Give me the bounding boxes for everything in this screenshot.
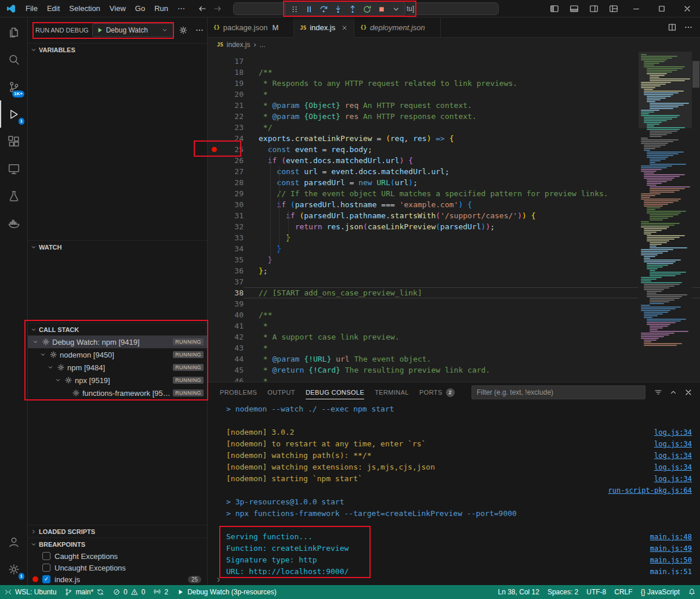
statusbar-remote-indicator[interactable]: WSL: Ubuntu	[0, 585, 60, 599]
tab-deployment.json[interactable]: {}deployment.json	[354, 17, 441, 37]
restart-button[interactable]	[360, 2, 374, 16]
console-options-button[interactable]	[654, 388, 663, 397]
breakpoint-gutter[interactable]	[208, 78, 220, 89]
code-text[interactable]: * Responds to any HTTP request related t…	[244, 78, 700, 89]
statusbar-notifications-bell[interactable]	[684, 585, 700, 599]
section-loaded-scripts[interactable]: LOADED SCRIPTS	[28, 525, 207, 537]
breakpoint-gutter[interactable]	[208, 298, 220, 309]
menu-run[interactable]: Run	[150, 2, 173, 15]
checkbox[interactable]: ✓	[42, 575, 50, 583]
breakpoint-gutter[interactable]	[208, 331, 220, 342]
chevron-down-icon[interactable]	[54, 377, 62, 384]
pause-button[interactable]	[302, 2, 316, 16]
statusbar-forwarded-ports[interactable]: 2	[149, 585, 172, 599]
code-text[interactable]: // [START add_ons_case_preview_link]	[244, 287, 700, 298]
breakpoint-gutter[interactable]	[208, 243, 220, 254]
close-panel-button[interactable]	[684, 388, 693, 397]
toggle-panel-button[interactable]	[564, 0, 584, 17]
tab-package.json[interactable]: {}package.jsonM	[208, 17, 294, 37]
code-text[interactable]: * @param {Object} req An HTTP request co…	[244, 100, 700, 111]
breakpoint-gutter[interactable]	[208, 210, 220, 221]
code-text[interactable]: return res.json(caseLinkPreview(parsedUr…	[244, 221, 700, 232]
callstack-row[interactable]: functions-framework [954...RUNNING	[28, 387, 207, 399]
toggle-primary-sidebar-button[interactable]	[545, 0, 564, 17]
code-text[interactable]: if (parsedUrl.pathname.startsWith('/supp…	[244, 210, 700, 221]
breakpoint-gutter[interactable]	[208, 100, 220, 111]
chevron-down-icon[interactable]	[31, 338, 39, 345]
menu-selection[interactable]: Selection	[64, 2, 104, 15]
source-link[interactable]: main.js:48	[650, 531, 692, 543]
minimap[interactable]	[639, 52, 692, 382]
code-text[interactable]: if (parsedUrl.hostname === 'example.com'…	[244, 199, 700, 210]
activitybar-item-settings[interactable]: 1	[0, 555, 27, 583]
launch-config-dropdown[interactable]: Debug Watch	[92, 23, 173, 37]
statusbar-debug-session[interactable]: Debug Watch (3p-resources)	[172, 585, 281, 599]
panel-tab-debug-console[interactable]: DEBUG CONSOLE	[300, 383, 369, 402]
source-link[interactable]: main.js:50	[650, 554, 692, 566]
breakpoint-gutter[interactable]	[208, 177, 220, 188]
statusbar-language-mode[interactable]: {} JavaScript	[637, 585, 684, 599]
breakpoint-gutter[interactable]	[208, 144, 220, 155]
section-breakpoints[interactable]: BREAKPOINTS	[28, 537, 207, 550]
code-text[interactable]: * @param {!URL} url The event object.	[244, 353, 700, 365]
code-text[interactable]	[244, 276, 700, 287]
step-over-button[interactable]	[316, 2, 331, 16]
code-text[interactable]: };	[244, 265, 700, 276]
activitybar-item-extensions[interactable]	[0, 128, 27, 155]
breadcrumb-symbol[interactable]: ...	[260, 41, 266, 49]
source-link[interactable]: main.js:49	[650, 543, 692, 554]
start-debugging-icon[interactable]	[96, 26, 104, 34]
back-icon[interactable]	[198, 4, 207, 13]
code-text[interactable]: const parsedUrl = new URL(url);	[244, 177, 700, 188]
code-text[interactable]: exports.createLinkPreview = (req, res) =…	[244, 133, 700, 144]
breakpoint-gutter[interactable]	[208, 232, 220, 243]
code-editor[interactable]: 1718/**19 * Responds to any HTTP request…	[208, 52, 700, 382]
source-link[interactable]: main.js:51	[650, 566, 692, 575]
section-call-stack[interactable]: CALL STACK	[28, 323, 207, 335]
maximize-panel-button[interactable]	[669, 388, 678, 397]
debug-session-dropdown[interactable]	[389, 2, 403, 16]
activitybar-item-explorer[interactable]	[0, 19, 27, 46]
statusbar-eol[interactable]: CRLF	[610, 585, 636, 599]
breakpoint-gutter[interactable]	[208, 320, 220, 331]
code-text[interactable]	[244, 298, 700, 309]
more-actions-icon[interactable]	[193, 26, 206, 35]
toggle-secondary-sidebar-button[interactable]	[584, 0, 604, 17]
breakpoint-icon[interactable]	[212, 147, 217, 152]
breakpoint-row[interactable]: Caught Exceptions	[28, 550, 207, 562]
code-text[interactable]	[244, 56, 700, 67]
breakpoint-gutter[interactable]	[208, 309, 220, 320]
statusbar-encoding[interactable]: UTF-8	[582, 585, 610, 599]
breakpoint-gutter[interactable]	[208, 221, 220, 232]
breakpoint-gutter[interactable]	[208, 122, 220, 133]
breakpoint-gutter[interactable]	[208, 376, 220, 382]
statusbar-indentation[interactable]: Spaces: 2	[543, 585, 582, 599]
breakpoint-gutter[interactable]	[208, 254, 220, 265]
code-text[interactable]: * @param {Object} res An HTTP response c…	[244, 111, 700, 122]
code-text[interactable]: * @return {!Card} The resulting preview …	[244, 365, 700, 376]
forward-icon[interactable]	[213, 4, 222, 13]
code-text[interactable]: const event = req.body;	[244, 144, 700, 155]
panel-tab-problems[interactable]: PROBLEMS	[215, 383, 262, 402]
code-text[interactable]: // If the event object URL matches a spe…	[244, 188, 700, 199]
callstack-row[interactable]: nodemon [9450]RUNNING	[28, 348, 207, 361]
step-out-button[interactable]	[345, 2, 360, 16]
breakpoint-gutter[interactable]	[208, 265, 220, 276]
menu-file[interactable]: File	[21, 2, 42, 15]
customize-layout-button[interactable]	[604, 0, 623, 17]
breakpoint-gutter[interactable]	[208, 199, 220, 210]
section-watch[interactable]: WATCH	[28, 240, 207, 253]
editor-scrollbar[interactable]	[692, 52, 700, 382]
code-text[interactable]: /**	[244, 67, 700, 78]
code-text[interactable]: }	[244, 232, 700, 243]
scrollbar-slider[interactable]	[692, 61, 699, 88]
menu-view[interactable]: View	[105, 2, 130, 15]
activitybar-item-source-control[interactable]: 1K+	[0, 73, 27, 100]
callstack-row[interactable]: npx [9519]RUNNING	[28, 374, 207, 387]
panel-tab-ports[interactable]: PORTS2	[414, 383, 460, 402]
activitybar-item-accounts[interactable]	[0, 528, 27, 555]
breakpoint-row[interactable]: ✓index.js25	[28, 573, 207, 585]
close-tab-icon[interactable]	[341, 24, 348, 31]
statusbar-problems[interactable]: 00	[108, 585, 149, 599]
minimize-button[interactable]	[623, 0, 649, 17]
